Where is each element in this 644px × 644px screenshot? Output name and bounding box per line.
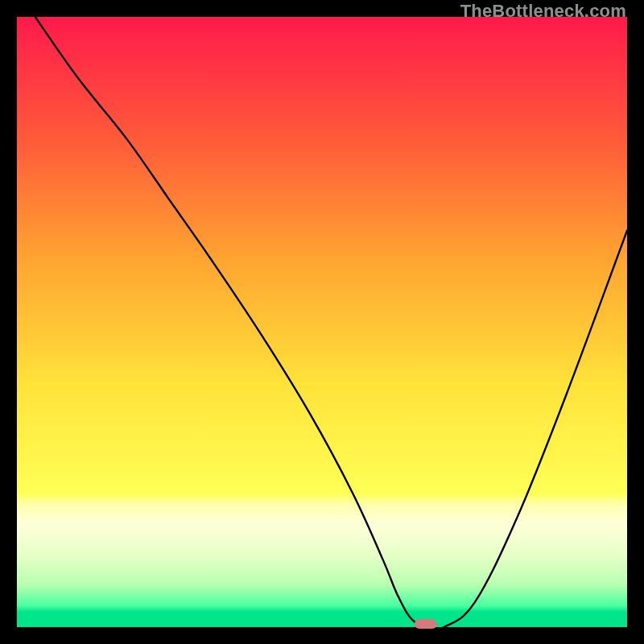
chart-frame [17, 17, 627, 627]
watermark-text: TheBottleneck.com [460, 1, 626, 22]
gradient-background [17, 17, 627, 627]
chart-canvas [17, 17, 627, 627]
optimal-marker [415, 619, 437, 629]
